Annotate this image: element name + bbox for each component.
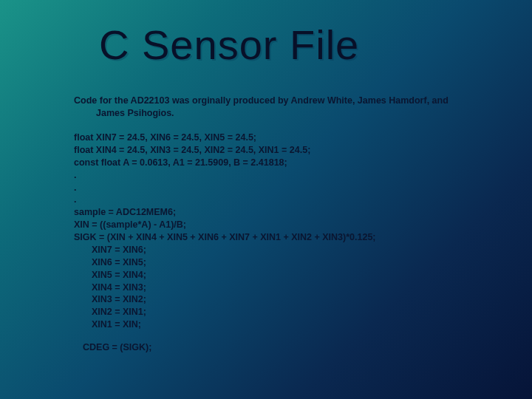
code-line: XIN = ((sample*A) - A1)/B; [74, 219, 495, 231]
code-line: CDEG = (SIGK); [74, 341, 495, 354]
code-line: float XIN4 = 24.5, XIN3 = 24.5, XIN2 = 2… [74, 144, 495, 157]
slide-title: C Sensor File [0, 21, 532, 69]
credits-block: Code for the AD22103 was orginally produ… [74, 95, 495, 120]
code-line: XIN1 = XIN; [74, 318, 495, 331]
code-line: XIN5 = XIN4; [74, 269, 495, 282]
code-line: SIGK = (XIN + XIN4 + XIN5 + XIN6 + XIN7 … [74, 231, 495, 244]
credits-line-2: James Psihogios. [74, 107, 495, 120]
code-line: XIN3 = XIN2; [74, 293, 495, 306]
credits-line-1: Code for the AD22103 was orginally produ… [74, 95, 495, 107]
code-line: sample = ADC12MEM6; [74, 206, 495, 219]
code-line: XIN4 = XIN3; [74, 282, 495, 294]
code-dot: . [74, 182, 495, 194]
code-line: XIN2 = XIN1; [74, 306, 495, 318]
code-dot: . [74, 169, 495, 182]
code-line: const float A = 0.0613, A1 = 21.5909, B … [74, 157, 495, 169]
code-line: XIN7 = XIN6; [74, 244, 495, 256]
code-line: float XIN7 = 24.5, XIN6 = 24.5, XIN5 = 2… [74, 132, 495, 144]
code-dot: . [74, 194, 495, 206]
code-line: XIN6 = XIN5; [74, 256, 495, 269]
code-block: float XIN7 = 24.5, XIN6 = 24.5, XIN5 = 2… [74, 132, 495, 354]
